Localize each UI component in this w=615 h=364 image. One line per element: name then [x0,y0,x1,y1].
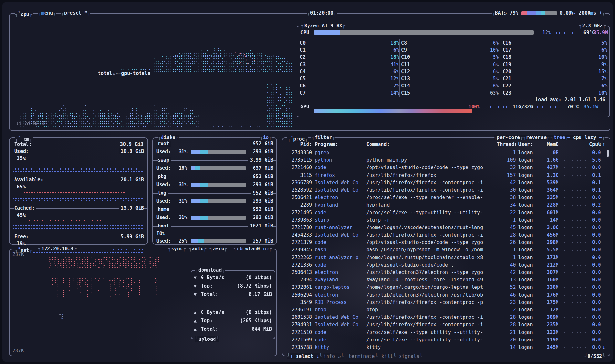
core-name: C22 [503,83,516,89]
proc-threads: 40 [497,261,516,269]
proc-leader-dots [560,160,586,161]
proc-more-indicator: ↓ [601,344,607,351]
net-prev-interface-button[interactable]: ←b [237,246,243,252]
proc-user: logan [516,164,541,171]
proc-mem: 12M [541,306,559,314]
reverse-toggle[interactable]: ┐reverse┌ [523,135,550,140]
process-row[interactable]: 2704931Isolated Web Co/usr/lib/firefox/f… [285,321,607,329]
mem-entry-value: 13.9 GiB [119,205,144,211]
col-threads[interactable]: Threads: [497,141,516,148]
core-usage-percent: 6% [593,47,607,53]
process-row[interactable]: 2736191btopbtop2logan12M0.0 [285,306,607,314]
proc-user: logan [516,187,541,194]
process-row[interactable]: 2743350pgrep1logan0B0.0 [285,149,607,157]
core-name: C18 [503,54,516,60]
process-row[interactable]: 2732861cargo-leptos/home/logan/.cargo/bi… [285,284,607,291]
process-row[interactable]: 2528592Isolated Web Co/usr/lib/firefox/f… [285,187,607,194]
process-row[interactable]: 2289hyprlandhyprland34logan228M0.2 [285,201,607,209]
io-mode-button[interactable]: ┐io┌ [260,135,272,140]
process-row[interactable]: 2681538Isolated Web Co/usr/lib/firefox/f… [285,314,607,321]
disk-used-label: Used: [156,198,174,204]
mem-entry-percent: 35% [12,156,145,163]
interval-decrease-button[interactable]: - [573,10,576,16]
process-row[interactable]: 2454233Isolated Web Co/usr/lib/firefox/f… [285,231,607,239]
proc-mem: 539M [541,179,559,187]
proc-select-control[interactable]: ┘↑ select ↓└ [287,353,322,359]
process-row[interactable]: 2394XwaylandXwayland :0 -rootless -core … [285,276,607,284]
proc-signals-button[interactable]: signals└ [399,353,422,359]
process-row[interactable]: 3549RDD Process/usr/lib/firefox/firefox … [285,299,607,306]
process-row[interactable]: 3115firefox/usr/lib/firefox/firefox157lo… [285,172,607,179]
preset-button[interactable]: ┐preset *┌ [61,10,90,16]
process-row[interactable]: 2721780rust-analyzer/home/logan/.vscode/… [285,224,607,231]
proc-kill-button[interactable]: kill└ [381,353,396,359]
gpu-totals-graph [12,76,295,129]
process-row[interactable]: 2366789Isolated Web Co/usr/lib/firefox/f… [285,179,607,187]
process-row[interactable]: 2735115pythonpython main.py109logan1.6G5… [285,157,607,164]
process-row[interactable]: 2506294electron/usr/lib/electron37/elect… [285,291,607,299]
col-program[interactable]: Program: [312,141,366,148]
col-command[interactable]: Command: [366,141,497,148]
proc-more-indicator [601,231,607,239]
proc-info-button[interactable]: info ↵└ [323,353,344,359]
memory-box-title[interactable]: ┐²mem┌ [15,135,33,142]
process-row[interactable]: 2721510code/proc/self/exe --type=utility… [285,329,607,336]
proc-scrollbar[interactable] [607,150,609,353]
proc-program: kitty [312,344,366,351]
proc-command: /opt/visual-studio-code/code . [366,261,497,269]
core-name: C17 [503,47,516,53]
net-auto-button[interactable]: ┐auto┌ [189,246,207,252]
process-row[interactable]: 2721379code/opt/visual-studio-code/code … [285,239,607,246]
per-core-toggle[interactable]: ┐per-core┌ [494,135,523,140]
proc-command: /usr/lib/electron37/electron --type=zygo [366,269,497,276]
disks-box: ┐disks┌ ┐io┌ root952 GiBUsed:31%293 GiBs… [152,137,277,245]
col-pid[interactable]: Pid: [285,141,312,148]
tree-toggle[interactable]: ┐tree┌ [550,135,568,140]
proc-cpu: 0.0 [588,314,601,321]
core-usage-graph [315,83,383,89]
net-zero-button[interactable]: ┐zero┌ [209,246,227,252]
process-row[interactable]: 2722265rust-analyzer-p/home/logan/.rustu… [285,254,607,261]
process-row[interactable]: 2721495code/proc/self/exe --type=utility… [285,209,607,217]
process-row[interactable]: 2739863slurpslurp -r1logan14M0.0 [285,217,607,224]
core-row-c14: C146% [401,82,499,89]
core-name: C14 [401,83,414,89]
disks-box-title[interactable]: ┐disks┌ [158,135,179,140]
upload-label: Top: [201,317,213,325]
process-row[interactable]: 2721336code/opt/visual-studio-code/code … [285,261,607,269]
gpu-usage-bar [314,109,472,113]
proc-scrollbar-thumb[interactable] [607,150,609,157]
net-sync-button[interactable]: ┐sync┌ [168,246,186,252]
col-mem[interactable]: MemB [541,141,559,148]
process-row[interactable]: 2506421electron/proc/self/exe --type=ren… [285,194,607,201]
proc-cpu: 0.0 [588,231,601,239]
process-row[interactable]: 2735788kittykitty14logan245M0.0↓ [285,344,607,351]
process-row[interactable]: 2739845bashbash /usr/bin/hyprshot -m win… [285,246,607,254]
process-row[interactable]: 2721509code/proc/self/exe --type=utility… [285,336,607,344]
proc-program: electron [312,194,366,201]
upload-label: ┘upload└ [195,336,219,342]
core-row-c15: C1563% [401,89,499,96]
proc-command: /proc/self/exe --type=utility --utility- [366,336,497,344]
process-row[interactable]: 2506413electron/usr/lib/electron37/elect… [285,269,607,276]
interval-increase-button[interactable]: + [599,10,602,16]
proc-terminate-button[interactable]: terminate└ [348,353,378,359]
menu-button[interactable]: ┐menu┌ [38,10,56,16]
cpu-box-title[interactable]: ┐¹cpu┌ [15,10,33,17]
core-usage-graph [416,40,483,46]
col-cpu[interactable]: Cpu% [588,141,601,148]
sort-next-button[interactable]: → [599,135,602,140]
disk-size: 3.99 GiB [248,157,273,163]
process-row[interactable]: 2721460code/opt/visual-studio-code/code … [285,164,607,171]
download-arrow-icon: ▼ [194,290,201,298]
core-usage-graph [517,69,591,75]
net-next-interface-button[interactable]: n→ [263,246,269,252]
proc-filter-button[interactable]: ┐filter┌ [311,135,335,140]
core-row-c11: C116% [401,61,499,68]
col-user[interactable]: User: [516,141,541,148]
sort-prev-button[interactable]: ← [567,135,570,140]
proc-pid: 2722265 [285,254,312,261]
core-usage-percent: 5% [485,76,499,82]
core-usage-graph [416,76,483,82]
mem-entry-graph [13,220,144,231]
